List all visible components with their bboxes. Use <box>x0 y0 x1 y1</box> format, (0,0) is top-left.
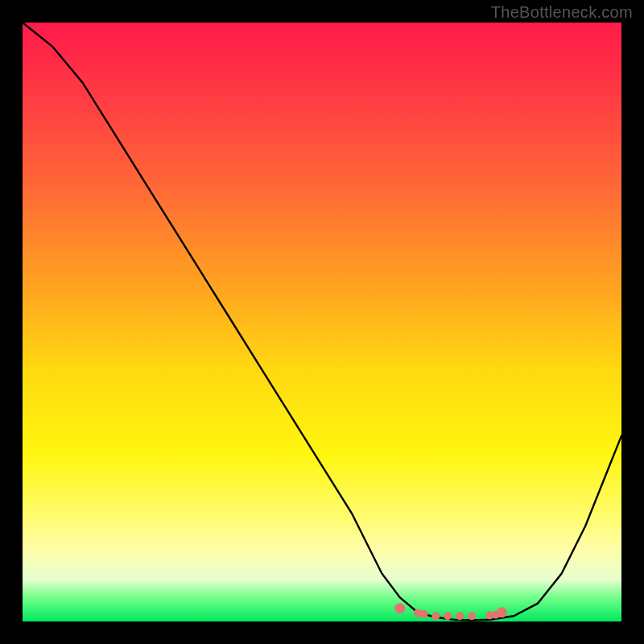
watermark-text: TheBottleneck.com <box>491 3 633 22</box>
marker-dot <box>456 612 464 620</box>
marker-dot <box>444 612 452 620</box>
curve-svg <box>23 23 621 621</box>
bottleneck-curve <box>23 23 621 621</box>
marker-dot <box>497 607 507 617</box>
marker-dot <box>419 610 427 618</box>
marker-dot <box>394 603 405 613</box>
marker-dot <box>431 612 440 620</box>
chart-frame: TheBottleneck.com <box>0 0 644 644</box>
bottleneck-markers <box>394 603 506 620</box>
plot-area <box>23 23 621 621</box>
marker-dot <box>468 612 476 620</box>
